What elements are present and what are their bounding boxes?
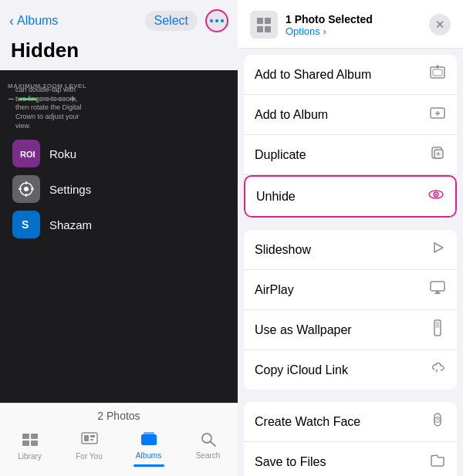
watch-face-label: Create Watch Face [255,415,360,429]
svg-rect-15 [84,435,89,441]
unhide-icon [428,186,444,207]
page-title: Hidden [0,39,238,70]
sheet-scroll-area[interactable]: Add to Shared Album Add to Album Duplica… [238,49,463,476]
add-shared-album-label: Add to Shared Album [255,68,371,82]
menu-item-add-shared-album[interactable]: Add to Shared Album [244,55,457,95]
zoom-text: can double-tap with two fingers to zoom,… [15,86,86,130]
menu-section-gap-1 [238,218,463,224]
tab-search-label: Search [196,451,221,460]
menu-section-1: Add to Shared Album Add to Album Duplica… [244,55,457,218]
svg-point-3 [24,187,29,191]
tab-foryou[interactable]: For You [66,431,113,467]
settings-label: Settings [49,183,91,196]
bottom-bar: 2 Photos Library For You Albums [0,403,238,476]
svg-rect-10 [22,434,29,439]
svg-rect-13 [31,441,38,446]
svg-rect-18 [141,434,157,445]
add-to-album-icon [429,104,446,125]
photo-content: can double-tap with two fingers to zoom,… [0,70,238,403]
menu-item-add-to-album[interactable]: Add to Album [244,95,457,135]
unhide-label: Unhide [256,190,296,204]
right-panel: 1 Photo Selected Options › ✕ Add to Shar… [238,0,463,476]
top-bar: ‹ Albums Select [0,0,238,39]
tab-albums-label: Albums [136,451,161,460]
icloud-link-icon [429,360,446,380]
menu-item-slideshow[interactable]: Slideshow [244,230,457,270]
wallpaper-icon [429,319,446,340]
slideshow-icon [429,239,446,260]
list-item: ROKU Roku [12,140,225,167]
svg-marker-35 [434,243,443,252]
photo-area: can double-tap with two fingers to zoom,… [0,70,238,403]
add-shared-album-icon [429,64,446,85]
dots-icon [210,19,224,22]
svg-point-34 [435,194,437,195]
roku-icon: ROKU [12,140,40,167]
roku-label: Roku [49,147,76,160]
save-files-label: Save to Files [255,455,326,469]
slider-fill [19,98,37,100]
menu-item-wallpaper[interactable]: Use as Wallpaper [244,310,457,350]
select-button[interactable]: Select [145,11,198,31]
menu-item-duplicate[interactable]: Duplicate [244,135,457,175]
search-icon [200,431,217,450]
duplicate-label: Duplicate [255,148,306,162]
svg-rect-11 [31,434,38,439]
tab-search[interactable]: Search [185,431,231,467]
slideshow-label: Slideshow [255,243,311,257]
sheet-thumbnail-icon [250,11,278,39]
more-button[interactable] [205,9,228,32]
watch-face-icon [429,411,446,432]
menu-item-airplay[interactable]: AirPlay [244,270,457,310]
svg-line-21 [210,442,215,447]
tab-library-label: Library [18,452,42,461]
menu-item-save-files[interactable]: Save to Files [244,442,457,476]
tab-active-indicator [133,464,164,467]
duplicate-icon [429,144,446,165]
top-bar-right: Select [145,9,228,32]
menu-section-3: Create Watch Face Save to Files Assign t… [244,402,457,476]
back-button[interactable]: ‹ Albums [9,13,58,29]
wallpaper-label: Use as Wallpaper [255,323,352,337]
menu-section-gap-2 [238,390,463,396]
back-label: Albums [17,14,58,28]
sheet-close-button[interactable]: ✕ [429,14,451,35]
tab-albums[interactable]: Albums [126,431,172,467]
tab-library[interactable]: Library [7,431,53,467]
svg-rect-17 [90,439,93,441]
svg-rect-36 [431,282,444,291]
svg-rect-16 [90,435,95,437]
airplay-icon [429,279,446,300]
sheet-options-button[interactable]: Options › [286,25,429,37]
app-list: ROKU Roku Settings S Shazam [0,132,238,246]
foryou-icon [81,431,98,451]
save-files-icon [429,451,446,472]
tab-foryou-label: For You [76,452,102,461]
svg-rect-23 [433,69,442,76]
airplay-label: AirPlay [255,283,294,297]
shazam-label: Shazam [49,218,92,231]
tab-bar: Library For You Albums Search [0,428,238,473]
list-item: S Shazam [12,211,225,238]
menu-item-icloud-link[interactable]: Copy iCloud Link [244,350,457,390]
menu-item-unhide[interactable]: Unhide [244,175,457,218]
icloud-link-label: Copy iCloud Link [255,363,348,377]
albums-icon [140,431,157,450]
sheet-header: 1 Photo Selected Options › ✕ [238,0,463,49]
sheet-title: 1 Photo Selected [286,13,429,25]
slider-track[interactable] [19,98,65,100]
settings-icon [12,175,40,203]
menu-section-2: Slideshow AirPlay Use as Wallpaper Copy … [244,230,457,390]
svg-text:S: S [22,218,29,231]
svg-rect-12 [22,441,29,446]
add-to-album-label: Add to Album [255,108,328,122]
zoom-minus-icon: − [8,93,14,105]
shazam-icon: S [12,211,40,238]
sheet-title-group: 1 Photo Selected Options › [286,13,429,37]
svg-text:ROKU: ROKU [20,150,35,159]
photo-count: 2 Photos [0,410,238,422]
menu-item-watch-face[interactable]: Create Watch Face [244,402,457,442]
back-chevron-icon: ‹ [9,13,14,29]
left-panel: ‹ Albums Select Hidden can double-tap wi… [0,0,238,476]
svg-rect-19 [144,432,154,434]
